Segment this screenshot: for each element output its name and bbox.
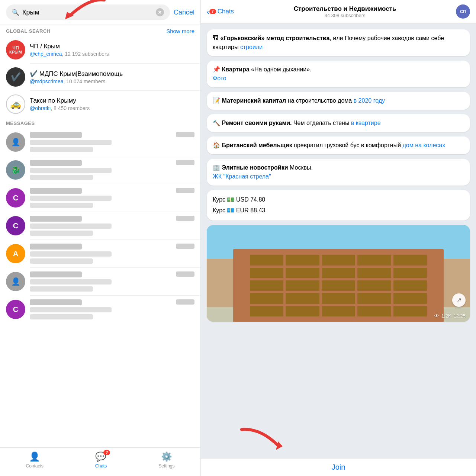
currency-text: Курс 💵 USD 74,80 Курс 💶 EUR 88,43 bbox=[213, 194, 464, 216]
message-link-3[interactable]: в 2020 году bbox=[354, 97, 385, 104]
message-text-1: 🏗 «Горьковский» метод строительства, или… bbox=[213, 34, 464, 52]
result-sub-taxi: @obratki, 8 450 members bbox=[30, 105, 194, 111]
blur-date-3 bbox=[176, 188, 194, 193]
window bbox=[250, 255, 283, 265]
chats-badge: 7 bbox=[103, 450, 110, 455]
message-item-5[interactable]: А bbox=[0, 240, 200, 267]
blur-name-2 bbox=[30, 160, 82, 166]
msg-content-7 bbox=[30, 299, 194, 319]
blur-line-7b bbox=[30, 314, 93, 319]
result-name-taxi: Такси по Крыму bbox=[30, 97, 194, 104]
settings-icon: ⚙️ bbox=[161, 451, 172, 462]
message-text-3: 📝 Материнский капитал на строительство д… bbox=[213, 96, 464, 105]
blur-line-1a bbox=[30, 140, 112, 145]
search-result-chp[interactable]: ЧП КРЫМ ЧП / Крым @chp_crimea, 12 192 su… bbox=[0, 36, 200, 63]
result-sub-chp: @chp_crimea, 12 192 subscribers bbox=[30, 51, 194, 57]
avatar-msg5: А bbox=[6, 244, 25, 263]
message-item-4[interactable]: С bbox=[0, 212, 200, 239]
message-item-6[interactable]: 👤 bbox=[0, 268, 200, 295]
cancel-button[interactable]: Cancel bbox=[174, 9, 194, 16]
blur-line-4a bbox=[30, 223, 112, 229]
message-link-2[interactable]: Фото bbox=[213, 75, 226, 81]
message-bubble-4: 🔨 Ремонт своими руками. Чем отделать сте… bbox=[207, 114, 470, 132]
message-link-4[interactable]: в квартире bbox=[351, 120, 381, 126]
tab-contacts[interactable]: 👤 Contacts bbox=[26, 451, 43, 469]
show-more-button[interactable]: Show more bbox=[166, 28, 194, 34]
tab-contacts-label: Contacts bbox=[26, 463, 43, 469]
msg-content-6 bbox=[30, 271, 194, 292]
avatar-chp: ЧП КРЫМ bbox=[6, 40, 25, 60]
search-result-mdps[interactable]: ✔️ ✔️ МДПС Крым|Взаимопомощь @mdpscrimea… bbox=[0, 64, 200, 90]
blur-line-2a bbox=[30, 168, 112, 173]
blur-name-7 bbox=[30, 299, 82, 305]
blur-name-4 bbox=[30, 216, 82, 222]
result-info-taxi: Такси по Крыму @obratki, 8 450 members bbox=[30, 97, 194, 111]
message-link-1[interactable]: строили bbox=[240, 44, 263, 50]
back-button[interactable]: ‹ 7 Chats bbox=[207, 7, 234, 16]
search-icon: 🔍 bbox=[12, 9, 19, 16]
tab-bar: 👤 Contacts 💬 7 Chats ⚙️ Settings bbox=[0, 447, 200, 476]
blur-line-5a bbox=[30, 251, 112, 257]
message-bubble-5: 🏠 Британский мебельщик превратил грузово… bbox=[207, 136, 470, 154]
message-link-5[interactable]: дом на колесах bbox=[403, 142, 446, 148]
clear-button[interactable]: ✕ bbox=[156, 8, 164, 16]
messages-section-header: MESSAGES bbox=[0, 118, 200, 128]
message-image-wrap: 👁 1,2K 12:25 ↗ bbox=[207, 225, 470, 322]
back-chevron-icon: ‹ bbox=[207, 7, 209, 16]
blur-name-1 bbox=[30, 132, 82, 138]
blur-date-4 bbox=[176, 216, 194, 221]
message-item-2[interactable]: 🐉 bbox=[0, 156, 200, 184]
views-count: 1,2K bbox=[441, 313, 451, 319]
blur-name-6 bbox=[30, 271, 82, 277]
message-bubble-3: 📝 Материнский капитал на строительство д… bbox=[207, 92, 470, 110]
blur-line-7a bbox=[30, 307, 112, 312]
avatar-msg6: 👤 bbox=[6, 272, 25, 291]
blur-date-6 bbox=[176, 271, 194, 277]
global-search-title: GLOBAL SEARCH bbox=[6, 28, 51, 34]
blur-name-3 bbox=[30, 188, 82, 194]
chat-subtitle: 34 308 subscribers bbox=[238, 13, 452, 18]
search-input[interactable] bbox=[22, 9, 153, 16]
tab-chats[interactable]: 💬 7 Chats bbox=[95, 451, 107, 469]
message-bubble-currency: Курс 💵 USD 74,80 Курс 💶 EUR 88,43 bbox=[207, 190, 470, 221]
result-name-mdps: ✔️ МДПС Крым|Взаимопомощь bbox=[30, 70, 194, 78]
back-label: Chats bbox=[218, 8, 234, 15]
avatar-msg7: С bbox=[6, 300, 25, 319]
blur-date-5 bbox=[176, 244, 194, 249]
message-text-2: 📌 Квартира «На одном дыхании». Фото bbox=[213, 65, 464, 83]
blur-date-1 bbox=[176, 132, 194, 137]
left-panel: 🔍 ✕ Cancel GLOBAL SEARCH Show more ЧП КР… bbox=[0, 0, 201, 476]
message-item-7[interactable]: С bbox=[0, 296, 200, 323]
share-button[interactable]: ↗ bbox=[452, 293, 466, 307]
blur-line-5b bbox=[30, 258, 93, 264]
message-time: 12:25 bbox=[453, 313, 466, 319]
avatar-msg2: 🐉 bbox=[6, 160, 25, 180]
message-bubble-1: 🏗 «Горьковский» метод строительства, или… bbox=[207, 29, 470, 56]
blur-date-2 bbox=[176, 160, 194, 165]
search-input-wrap: 🔍 ✕ bbox=[6, 4, 170, 20]
message-item-1[interactable]: 👤 bbox=[0, 128, 200, 156]
avatar-taxi: 🚕 bbox=[6, 94, 25, 114]
search-result-taxi[interactable]: 🚕 Такси по Крыму @obratki, 8 450 members bbox=[0, 91, 200, 118]
blur-name-5 bbox=[30, 244, 82, 250]
global-search-header: GLOBAL SEARCH Show more bbox=[0, 25, 200, 36]
avatar-msg1: 👤 bbox=[6, 132, 25, 152]
channel-avatar[interactable]: СП bbox=[456, 4, 470, 19]
chat-title: Строительство и Недвижимость bbox=[238, 5, 452, 13]
tab-settings[interactable]: ⚙️ Settings bbox=[158, 451, 174, 469]
chat-header: ‹ 7 Chats Строительство и Недвижимость 3… bbox=[201, 0, 476, 23]
building-windows bbox=[250, 255, 427, 316]
building-image: 👁 1,2K 12:25 ↗ bbox=[207, 225, 470, 322]
blur-line-3b bbox=[30, 203, 93, 208]
result-sub-mdps: @mdpscrimea, 10 074 members bbox=[30, 78, 194, 84]
message-item-3[interactable]: С bbox=[0, 184, 200, 212]
blur-line-6a bbox=[30, 279, 112, 284]
views-icon: 👁 bbox=[434, 313, 439, 319]
avatar-msg4: С bbox=[6, 216, 25, 235]
blur-line-6b bbox=[30, 286, 93, 292]
right-panel: ‹ 7 Chats Строительство и Недвижимость 3… bbox=[201, 0, 476, 476]
join-button[interactable]: Join bbox=[332, 463, 345, 472]
message-text-6: 🏢 Элитные новостройки Москвы. ЖК "Красна… bbox=[213, 163, 464, 181]
message-link-6[interactable]: ЖК "Красная стрела" bbox=[213, 173, 271, 180]
channel-avatar-text: СП bbox=[460, 9, 466, 14]
